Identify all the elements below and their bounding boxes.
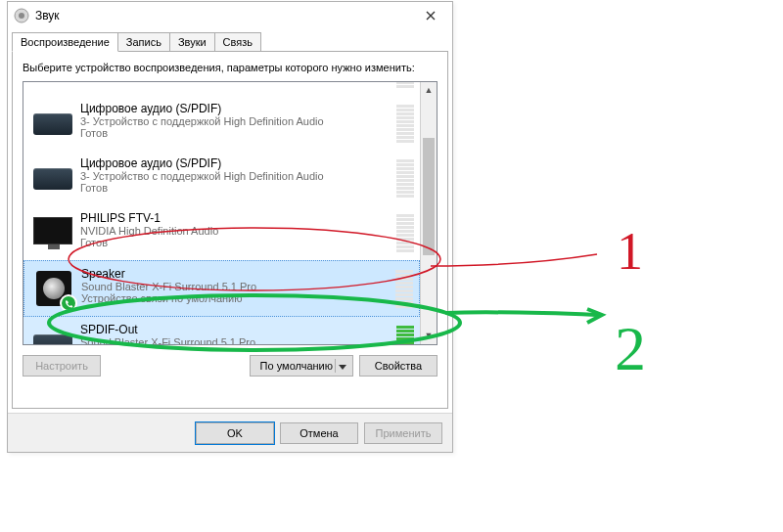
device-status: Устройство связи по умолчанию <box>81 292 393 304</box>
tab-panel-playback: Выберите устройство воспроизведения, пар… <box>12 51 448 409</box>
default-comm-badge-icon <box>60 294 77 312</box>
dialog-footer: OK Отмена Применить <box>8 413 452 452</box>
device-name: SPDIF-Out <box>80 323 394 336</box>
level-meter <box>396 213 414 252</box>
device-status: Готов <box>80 237 394 248</box>
device-name: PHILIPS FTV-1 <box>80 211 394 225</box>
device-sub: NVIDIA High Definition Audio <box>80 225 394 237</box>
level-meter <box>396 104 414 143</box>
sound-dialog: Звук Воспроизведение Запись Звуки Связь … <box>7 1 453 453</box>
tab-communications[interactable]: Связь <box>214 32 261 52</box>
device-item[interactable]: Цифровое аудио (S/PDIF) 3- Устройство с … <box>23 151 420 205</box>
window-title: Звук <box>35 9 411 22</box>
device-status: Готов <box>80 82 394 84</box>
device-status: Готов <box>80 182 394 194</box>
device-sub: Sound Blaster X-Fi Surround 5.1 Pro <box>80 336 394 344</box>
device-item[interactable]: PHILIPS FTV-1 NVIDIA High Definition Aud… <box>23 205 420 260</box>
device-name: Speaker <box>81 267 393 281</box>
device-item[interactable]: Цифровое аудио (S/PDIF) 3- Устройство с … <box>23 96 420 151</box>
tab-playback[interactable]: Воспроизведение <box>12 32 118 52</box>
cancel-button[interactable]: Отмена <box>280 422 358 444</box>
properties-button[interactable]: Свойства <box>359 355 438 377</box>
tab-recording[interactable]: Запись <box>117 32 170 52</box>
device-item-default[interactable]: SPDIF-Out Sound Blaster X-Fi Surround 5.… <box>23 317 420 344</box>
device-sub: 3- Устройство с поддержкой High Definiti… <box>80 170 394 182</box>
configure-button[interactable]: Настроить <box>23 355 101 377</box>
device-icon-tv <box>31 211 74 254</box>
device-name: Цифровое аудио (S/PDIF) <box>80 156 394 170</box>
scroll-thumb[interactable] <box>423 138 435 255</box>
device-item[interactable]: Цифровое аудио (S/PDIF) 3- Устройство с … <box>23 82 420 96</box>
device-sub: Sound Blaster X-Fi Surround 5.1 Pro <box>81 281 393 292</box>
device-icon-speaker <box>32 267 75 310</box>
sound-icon <box>14 8 29 23</box>
titlebar[interactable]: Звук <box>8 2 452 29</box>
scrollbar[interactable]: ▲ ▼ <box>420 82 437 344</box>
device-list[interactable]: Цифровое аудио (S/PDIF) 3- Устройство с … <box>23 81 438 345</box>
device-icon-spdif <box>31 102 74 145</box>
device-icon-spdif <box>31 156 74 200</box>
level-meter <box>396 82 414 88</box>
svg-point-1 <box>19 13 24 19</box>
device-icon-spdif <box>31 323 74 344</box>
scroll-down-icon[interactable]: ▼ <box>421 328 437 344</box>
device-item-selected[interactable]: Speaker Sound Blaster X-Fi Surround 5.1 … <box>23 260 420 317</box>
scroll-up-icon[interactable]: ▲ <box>421 82 437 99</box>
level-meter <box>396 158 414 198</box>
apply-button[interactable]: Применить <box>364 422 442 444</box>
device-sub: 3- Устройство с поддержкой High Definiti… <box>80 115 394 127</box>
close-button[interactable] <box>411 4 450 27</box>
level-meter-active <box>396 325 414 344</box>
ok-button[interactable]: OK <box>196 422 274 444</box>
tab-sounds[interactable]: Звуки <box>169 32 215 52</box>
level-meter <box>395 269 413 308</box>
scroll-track[interactable] <box>421 99 437 328</box>
device-name: Цифровое аудио (S/PDIF) <box>80 102 394 115</box>
set-default-button[interactable]: По умолчанию <box>250 355 353 377</box>
tab-strip: Воспроизведение Запись Звуки Связь <box>8 29 452 51</box>
device-status: Готов <box>80 127 394 139</box>
device-icon-spdif <box>31 82 74 90</box>
instruction-text: Выберите устройство воспроизведения, пар… <box>23 62 438 75</box>
